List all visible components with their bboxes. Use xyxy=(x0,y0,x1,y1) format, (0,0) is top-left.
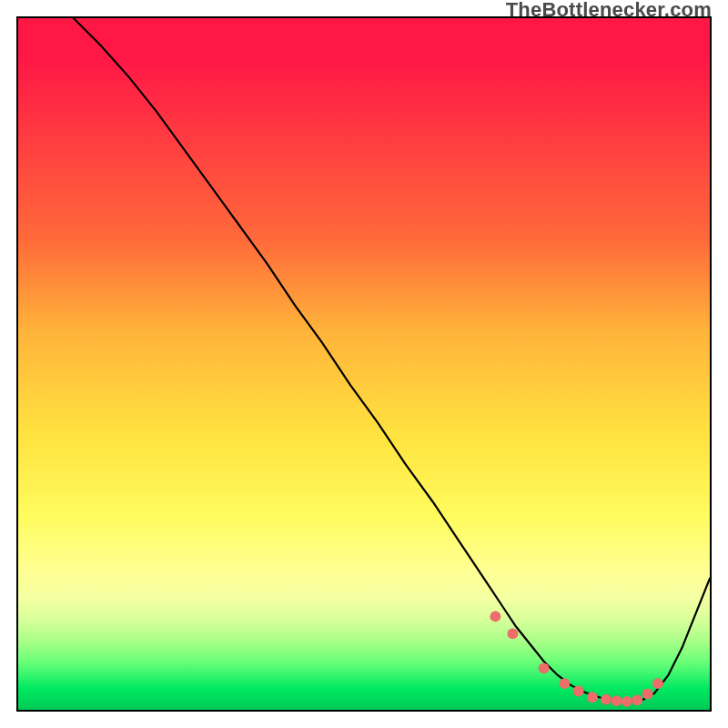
curve-svg xyxy=(18,18,710,710)
marker-dot xyxy=(601,694,612,705)
marker-dot xyxy=(559,678,570,689)
marker-dot xyxy=(632,694,642,705)
marker-dot xyxy=(611,695,622,706)
marker-dot xyxy=(652,678,663,689)
marker-dot xyxy=(490,611,500,622)
marker-dot xyxy=(642,689,653,700)
marker-dot xyxy=(622,696,632,707)
plot-area xyxy=(16,16,712,712)
marker-dot xyxy=(539,662,550,673)
marker-dot xyxy=(573,686,584,697)
marker-dot xyxy=(507,628,518,639)
marker-dot xyxy=(587,692,598,703)
curve-line xyxy=(74,18,710,703)
chart-container: TheBottlenecker.com xyxy=(0,0,728,728)
